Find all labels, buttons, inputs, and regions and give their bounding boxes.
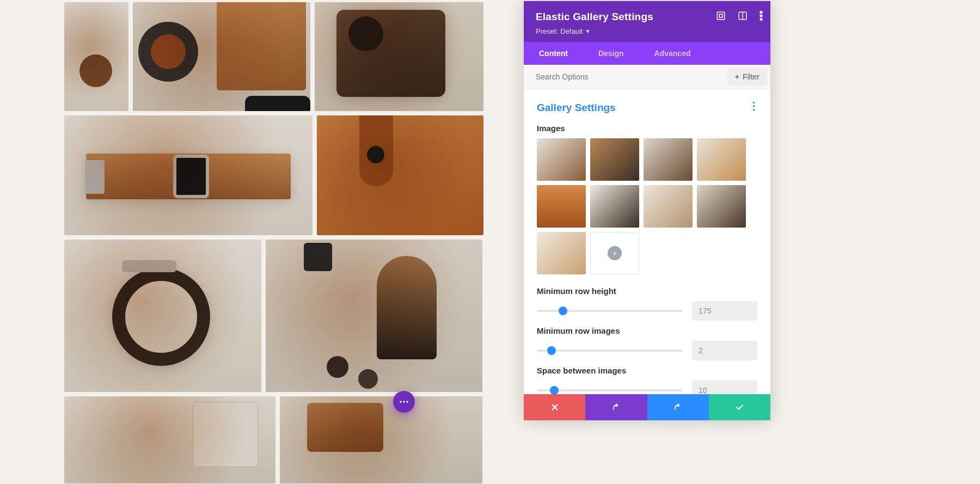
row-images-slider[interactable] (537, 346, 682, 356)
confirm-button[interactable] (709, 394, 770, 420)
svg-point-2 (406, 401, 408, 402)
preset-value: Default (560, 27, 583, 35)
gallery-image[interactable] (266, 240, 482, 392)
panel-tabs: Content Design Advanced (524, 42, 770, 65)
gallery-image[interactable] (317, 115, 483, 235)
tab-content[interactable]: Content (524, 42, 583, 65)
svg-point-0 (400, 401, 401, 402)
svg-rect-3 (717, 12, 725, 20)
add-image-button[interactable]: + (590, 232, 639, 274)
section-title[interactable]: Gallery Settings (537, 102, 616, 114)
image-thumb[interactable] (697, 138, 746, 181)
panel-header: Elastic Gallery Settings Preset: Default… (524, 1, 770, 42)
chevron-down-icon: ▼ (585, 28, 590, 34)
gallery-image[interactable] (64, 240, 261, 392)
svg-point-8 (760, 15, 762, 17)
gallery-image[interactable] (64, 115, 313, 235)
svg-point-9 (760, 19, 762, 21)
image-thumb[interactable] (537, 185, 586, 228)
gallery-image[interactable] (64, 396, 275, 483)
search-input[interactable] (524, 65, 724, 89)
image-thumb[interactable] (537, 138, 586, 181)
gallery-image[interactable] (64, 2, 128, 111)
row-height-slider[interactable] (537, 306, 682, 316)
preset-prefix: Preset: (536, 27, 558, 35)
gallery-preview (64, 2, 483, 484)
section-menu-icon[interactable] (750, 99, 757, 116)
plus-icon: + (735, 72, 739, 81)
gallery-image[interactable] (280, 396, 482, 483)
image-thumb[interactable] (590, 185, 639, 228)
gallery-image[interactable] (315, 2, 483, 111)
settings-panel: Elastic Gallery Settings Preset: Default… (524, 1, 770, 420)
image-thumb[interactable] (537, 232, 586, 274)
action-bar (524, 394, 770, 420)
expand-icon[interactable] (716, 11, 726, 21)
panel-body: Gallery Settings Images + Minimum row he… (524, 89, 770, 420)
row-images-value[interactable]: 2 (692, 341, 757, 360)
tab-design[interactable]: Design (583, 42, 639, 65)
row-images-label: Minimum row images (537, 326, 757, 335)
more-options-icon[interactable] (759, 11, 763, 21)
cancel-button[interactable] (524, 394, 585, 420)
redo-button[interactable] (647, 394, 709, 420)
image-thumb[interactable] (590, 138, 639, 181)
filter-label: Filter (743, 72, 759, 81)
images-thumbs: + (537, 138, 757, 274)
image-thumb[interactable] (697, 185, 746, 228)
row-height-value[interactable]: 175 (692, 301, 757, 321)
svg-point-10 (753, 102, 755, 104)
preset-selector[interactable]: Preset: Default ▼ (536, 27, 758, 35)
gallery-image[interactable] (133, 2, 310, 111)
filter-button[interactable]: + Filter (727, 68, 767, 85)
svg-point-1 (403, 401, 405, 402)
undo-button[interactable] (585, 394, 647, 420)
module-options-fab[interactable] (393, 391, 415, 413)
svg-point-12 (753, 109, 755, 111)
snap-panel-icon[interactable] (738, 11, 748, 21)
tab-advanced[interactable]: Advanced (639, 42, 706, 65)
svg-rect-4 (719, 14, 722, 17)
images-label: Images (537, 124, 757, 133)
search-row: + Filter (524, 65, 770, 89)
svg-point-11 (753, 105, 755, 107)
row-height-label: Minimum row height (537, 286, 757, 296)
spacing-label: Space between images (537, 366, 757, 375)
plus-icon: + (608, 246, 622, 260)
image-thumb[interactable] (644, 185, 693, 228)
image-thumb[interactable] (644, 138, 693, 181)
svg-point-7 (760, 11, 762, 14)
